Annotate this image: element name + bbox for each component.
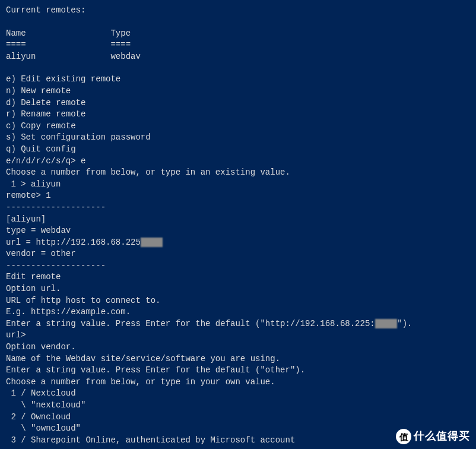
vendor-description: Name of the Webdav site/service/software… — [6, 353, 470, 365]
remote-input-value: 1 — [46, 191, 50, 200]
divider-line: -------------------- — [6, 202, 470, 214]
vendor-enter-prompt: Enter a string value. Press Enter for th… — [6, 365, 470, 377]
menu-new: n) New remote — [6, 86, 470, 97]
option-url-label: Option url. — [6, 283, 470, 295]
url-example: E.g. https://example.com. — [6, 306, 470, 318]
table-header: Name Type — [6, 28, 470, 40]
menu-delete: d) Delete remote — [6, 97, 470, 109]
vendor-option-2: 2 / Owncloud — [6, 412, 470, 423]
menu-rename: r) Rename remote — [6, 109, 470, 121]
menu-set-password: s) Set configuration password — [6, 132, 470, 144]
current-remotes-header: Current remotes: — [6, 5, 470, 17]
vendor-option-1-value: \ "nextcloud" — [6, 400, 470, 412]
blank-line — [6, 17, 470, 28]
url-enter-prompt: Enter a string value. Press Enter for th… — [6, 318, 470, 330]
option-vendor-label: Option vendor. — [6, 342, 470, 353]
divider-line: -------------------- — [6, 260, 470, 272]
remote-row: aliyun webdav — [6, 51, 470, 63]
url-description: URL of http host to connect to. — [6, 295, 470, 307]
remote-prompt: remote> — [6, 191, 46, 200]
url-input-prompt[interactable]: url> — [6, 330, 470, 342]
config-type: type = webdav — [6, 225, 470, 237]
menu-input-value: e — [81, 156, 85, 166]
menu-prompt: e/n/d/r/c/s/q> — [6, 156, 81, 166]
section-header: [aliyun] — [6, 214, 470, 226]
choose-message: Choose a number from below, or type in a… — [6, 167, 470, 179]
menu-edit: e) Edit existing remote — [6, 74, 470, 86]
config-url: url = http://192.168.68.225████ — [6, 237, 470, 249]
watermark-logo-icon: 值 — [396, 429, 411, 444]
choice-option: 1 > aliyun — [6, 179, 470, 191]
blank-line — [6, 62, 470, 74]
vendor-choose-message: Choose a number from below, or type in y… — [6, 377, 470, 388]
menu-prompt-line[interactable]: e/n/d/r/c/s/q> e — [6, 156, 470, 167]
menu-copy: c) Copy remote — [6, 121, 470, 132]
watermark-text: 什么值得买 — [414, 429, 470, 444]
menu-quit: q) Quit config — [6, 144, 470, 156]
remote-prompt-line[interactable]: remote> 1 — [6, 190, 470, 202]
redacted-port: ████ — [375, 319, 398, 328]
redacted-port: ████ — [141, 238, 163, 247]
edit-remote-header: Edit remote — [6, 271, 470, 283]
watermark: 值 什么值得买 — [396, 429, 470, 444]
table-divider: ==== ==== — [6, 39, 470, 51]
vendor-option-1: 1 / Nextcloud — [6, 388, 470, 400]
config-vendor: vendor = other — [6, 248, 470, 260]
terminal-output[interactable]: Current remotes: Name Type ==== ==== ali… — [6, 5, 470, 446]
